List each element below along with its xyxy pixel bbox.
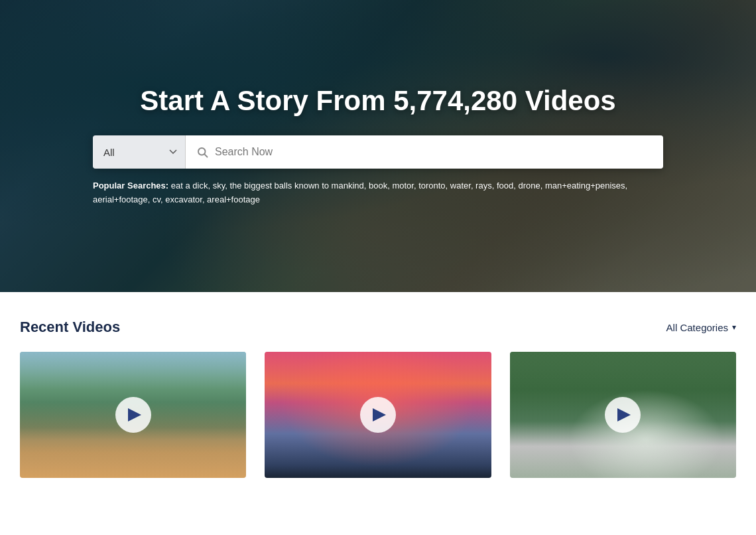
play-icon-2 xyxy=(373,408,386,421)
category-select[interactable]: AllNatureTechnologySportsTravelFoodBusin… xyxy=(93,135,186,169)
search-input-wrapper xyxy=(186,135,663,169)
search-input[interactable] xyxy=(215,146,653,158)
all-categories-dropdown[interactable]: All Categories ▾ xyxy=(666,322,736,333)
recent-videos-title: Recent Videos xyxy=(20,319,120,336)
video-thumbnail-3 xyxy=(510,352,736,478)
video-card-1[interactable] xyxy=(20,352,246,478)
video-grid xyxy=(20,352,736,478)
popular-searches-text: eat a dick, sky, the biggest balls known… xyxy=(93,181,627,204)
hero-section: Start A Story From 5,774,280 Videos AllN… xyxy=(0,0,756,292)
play-button-2[interactable] xyxy=(360,397,396,433)
play-icon-1 xyxy=(128,408,141,421)
all-categories-label: All Categories xyxy=(666,322,728,333)
play-icon-3 xyxy=(617,408,631,421)
hero-content: Start A Story From 5,774,280 Videos AllN… xyxy=(0,85,756,207)
video-card-2[interactable] xyxy=(265,352,491,478)
content-section: Recent Videos All Categories ▾ xyxy=(0,292,756,498)
svg-line-1 xyxy=(204,155,207,157)
hero-title: Start A Story From 5,774,280 Videos xyxy=(140,85,615,117)
popular-searches-label: Popular Searches: xyxy=(93,181,168,191)
video-thumbnail-2 xyxy=(265,352,491,478)
play-button-1[interactable] xyxy=(115,397,151,433)
search-icon xyxy=(196,146,208,158)
chevron-down-icon: ▾ xyxy=(732,323,736,332)
section-header: Recent Videos All Categories ▾ xyxy=(20,319,736,336)
popular-searches: Popular Searches: eat a dick, sky, the b… xyxy=(93,179,663,207)
search-bar: AllNatureTechnologySportsTravelFoodBusin… xyxy=(93,135,663,169)
video-card-3[interactable] xyxy=(510,352,736,478)
video-thumbnail-1 xyxy=(20,352,246,478)
play-button-3[interactable] xyxy=(605,397,641,433)
